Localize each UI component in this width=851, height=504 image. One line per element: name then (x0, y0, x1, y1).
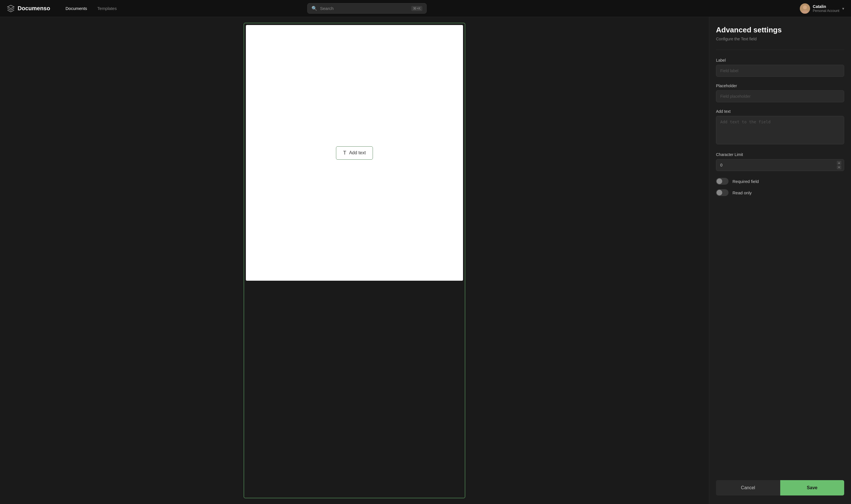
character-limit-label: Character Limit (716, 152, 844, 157)
chevron-down-icon: ▾ (842, 6, 844, 11)
add-text-textarea[interactable] (716, 116, 844, 144)
character-limit-group: Character Limit ▲ ▼ (716, 152, 844, 171)
label-input[interactable] (716, 65, 844, 77)
number-spinners: ▲ ▼ (837, 161, 841, 169)
placeholder-field-group: Placeholder (716, 84, 844, 102)
settings-title: Advanced settings (716, 25, 844, 34)
svg-point-1 (803, 5, 807, 10)
cancel-button[interactable]: Cancel (716, 480, 780, 496)
spinner-up-button[interactable]: ▲ (837, 161, 841, 165)
nav-documents[interactable]: Documents (61, 4, 91, 13)
label-field-label: Label (716, 58, 844, 62)
text-field-label: Add text (349, 150, 366, 156)
search-icon: 🔍 (312, 6, 317, 11)
settings-subtitle: Configure the Text field (716, 37, 844, 41)
add-text-field-group: Add text (716, 109, 844, 145)
logo[interactable]: Documenso (7, 4, 50, 13)
nav-templates[interactable]: Templates (93, 4, 121, 13)
logo-text: Documenso (18, 5, 50, 12)
add-text-field-label: Add text (716, 109, 844, 114)
required-field-toggle-label: Required field (732, 179, 759, 184)
read-only-toggle[interactable] (716, 189, 728, 196)
toggle-knob-readonly (716, 190, 722, 196)
navbar-nav: Documents Templates (61, 4, 121, 13)
save-button[interactable]: Save (780, 480, 845, 496)
read-only-toggle-label: Read only (732, 190, 752, 195)
user-name: Catalin (813, 4, 839, 9)
add-text-field-element[interactable]: T Add text (336, 146, 373, 160)
text-icon: T (343, 150, 346, 156)
search-bar[interactable]: 🔍 Search ⌘+K (307, 3, 427, 14)
placeholder-input[interactable] (716, 90, 844, 102)
character-limit-input[interactable] (716, 159, 844, 171)
spinner-down-button[interactable]: ▼ (837, 165, 841, 169)
avatar (800, 3, 810, 14)
user-account: Personal Account (813, 9, 839, 13)
placeholder-field-label: Placeholder (716, 84, 844, 88)
user-info: Catalin Personal Account (813, 4, 839, 13)
logo-icon (7, 4, 15, 13)
toggle-knob-required (716, 178, 722, 184)
avatar-image (800, 3, 810, 14)
main-content: T Add text Advanced settings Configure t… (0, 17, 851, 504)
document-page: T Add text (246, 25, 463, 281)
user-menu[interactable]: Catalin Personal Account ▾ (800, 3, 844, 14)
settings-panel: Advanced settings Configure the Text fie… (709, 17, 851, 504)
document-area: T Add text (0, 17, 709, 504)
number-wrapper: ▲ ▼ (716, 159, 844, 171)
navbar: Documenso Documents Templates 🔍 Search ⌘… (0, 0, 851, 17)
divider (716, 50, 844, 50)
settings-actions: Cancel Save (716, 474, 844, 496)
search-placeholder: Search (320, 6, 408, 11)
label-field-group: Label (716, 58, 844, 77)
required-field-row: Required field (716, 178, 844, 185)
document-wrapper: T Add text (244, 23, 465, 498)
required-field-toggle[interactable] (716, 178, 728, 185)
read-only-row: Read only (716, 189, 844, 196)
search-shortcut: ⌘+K (411, 6, 422, 11)
